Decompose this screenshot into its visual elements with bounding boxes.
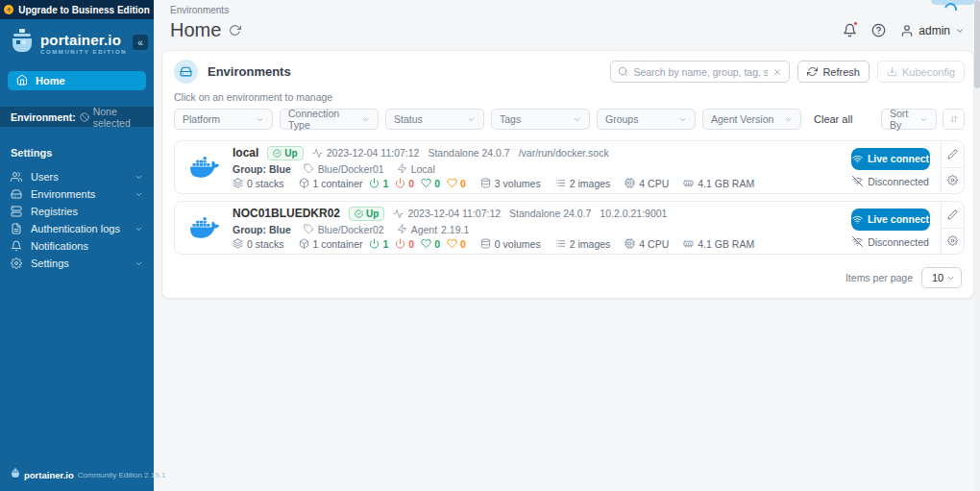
group-meta: Group: Blue bbox=[233, 224, 291, 235]
breadcrumb[interactable]: Environments bbox=[170, 5, 229, 15]
memory-icon bbox=[683, 178, 694, 188]
volumes-icon bbox=[480, 178, 491, 188]
sidebar-collapse-button[interactable]: « bbox=[133, 35, 148, 50]
stacks-stat: 0 stacks bbox=[233, 238, 284, 250]
environment-settings-button[interactable] bbox=[942, 228, 964, 255]
notifications-bell-icon[interactable] bbox=[843, 23, 857, 37]
upgrade-banner[interactable]: Upgrade to Business Edition bbox=[0, 0, 154, 19]
refresh-icon[interactable] bbox=[229, 24, 241, 37]
containers-value: 1 container bbox=[313, 178, 363, 189]
refresh-icon bbox=[807, 66, 818, 77]
group-label: Group: bbox=[233, 163, 266, 175]
running-value: 1 bbox=[382, 238, 388, 250]
sidebar-item-label: Users bbox=[31, 171, 59, 183]
filter-platform[interactable]: Platform bbox=[174, 109, 273, 130]
sidebar-item-settings[interactable]: Settings bbox=[0, 255, 154, 272]
images-stat: 2 images bbox=[555, 178, 611, 189]
ram-stat: 4.1 GB RAM bbox=[683, 238, 754, 250]
running-count: 1 bbox=[369, 178, 388, 189]
images-list-icon bbox=[555, 178, 566, 188]
sidebar-item-home[interactable]: Home bbox=[8, 71, 146, 90]
healthy-value: 0 bbox=[434, 178, 440, 189]
sidebar-item-environments[interactable]: Environments bbox=[0, 185, 154, 203]
search-input[interactable] bbox=[633, 66, 768, 78]
clear-all-button[interactable]: Clear all bbox=[814, 113, 852, 125]
sidebar-home-label: Home bbox=[36, 75, 65, 86]
chevron-down-icon bbox=[573, 115, 581, 124]
items-per-page-select[interactable]: 10 bbox=[921, 267, 962, 288]
sidebar-item-label: Registries bbox=[31, 206, 78, 217]
live-connect-button[interactable]: Live connect bbox=[851, 209, 930, 231]
main-area: Environments Home admin bbox=[154, 0, 980, 491]
stacks-stat: 0 stacks bbox=[233, 178, 284, 189]
chevron-down-icon bbox=[135, 190, 143, 199]
connection-status: Disconnected bbox=[852, 236, 929, 248]
chevron-down-icon bbox=[135, 225, 143, 233]
edit-environment-button[interactable] bbox=[942, 141, 964, 167]
help-icon[interactable] bbox=[871, 23, 886, 37]
sidebar-footer: portainer.io Community Edition 2.19.1 bbox=[11, 468, 165, 481]
connection-type: Agent bbox=[411, 224, 437, 235]
sidebar-item-authentication-logs[interactable]: Authentication logs bbox=[0, 220, 154, 237]
environment-selector-band: Environment: None selected bbox=[0, 107, 154, 127]
zap-icon bbox=[397, 163, 407, 174]
unhealthy-count: 0 bbox=[447, 238, 466, 250]
docker-icon bbox=[183, 213, 227, 242]
filter-status[interactable]: Status bbox=[385, 109, 484, 130]
containers-stat: 1 container 1 0 bbox=[299, 238, 466, 250]
filter-label: Groups bbox=[605, 113, 638, 125]
logo-row: portainer.io COMMUNITY EDITION « bbox=[0, 19, 154, 63]
ram-value: 4.1 GB RAM bbox=[698, 238, 754, 250]
wifi-off-icon bbox=[852, 176, 863, 186]
chevron-down-icon bbox=[946, 274, 955, 282]
filter-tags[interactable]: Tags bbox=[491, 109, 590, 130]
cpu-stat: 4 CPU bbox=[625, 238, 669, 250]
environment-value: None selected bbox=[93, 106, 143, 129]
user-menu[interactable]: admin bbox=[900, 24, 965, 37]
stacks-icon bbox=[233, 238, 243, 249]
chevron-down-icon bbox=[678, 115, 687, 124]
environment-card[interactable]: local Up 2023-12-04 11:07:12 Standalone … bbox=[174, 140, 965, 194]
chevron-down-icon bbox=[955, 26, 965, 36]
filter-agent-version[interactable]: Agent Version bbox=[702, 109, 801, 130]
live-connect-button[interactable]: Live connect bbox=[851, 148, 930, 170]
kubeconfig-button[interactable]: Kubeconfig bbox=[877, 61, 965, 83]
edit-environment-button[interactable] bbox=[942, 202, 964, 228]
sort-direction-button[interactable] bbox=[943, 109, 965, 130]
brand-tagline: COMMUNITY EDITION bbox=[40, 49, 127, 55]
panel-hint: Click on an environment to manage bbox=[162, 90, 973, 109]
environments-panel: Environments Refresh bbox=[161, 50, 974, 299]
platform-meta: Standalone 24.0.7 bbox=[428, 147, 509, 159]
filter-connection-type[interactable]: Connection Type bbox=[280, 109, 379, 130]
group-value: Blue bbox=[269, 224, 291, 235]
sidebar-item-label: Notifications bbox=[31, 240, 88, 252]
clear-search-icon[interactable] bbox=[772, 67, 782, 77]
sort-by-select[interactable]: Sort By bbox=[881, 109, 937, 130]
sidebar-item-users[interactable]: Users bbox=[0, 168, 154, 185]
refresh-button[interactable]: Refresh bbox=[797, 61, 870, 83]
environment-card[interactable]: NOC01BLUEDKR02 Up 2023-12-04 11:07:12 St… bbox=[174, 201, 965, 255]
sidebar-item-notifications[interactable]: Notifications bbox=[0, 237, 154, 255]
sidebar-item-registries[interactable]: Registries bbox=[0, 203, 154, 220]
chevron-down-icon bbox=[256, 115, 264, 124]
ram-value: 4.1 GB RAM bbox=[698, 178, 754, 189]
volumes-stat: 3 volumes bbox=[480, 178, 541, 189]
sidebar-item-label: Environments bbox=[31, 188, 95, 200]
group-meta: Group: Blue bbox=[233, 163, 291, 175]
group-label: Group: bbox=[233, 224, 266, 235]
volumes-value: 3 volumes bbox=[495, 178, 541, 189]
heartbeat-meta: 2023-12-04 11:07:12 bbox=[312, 147, 420, 159]
environment-settings-button[interactable] bbox=[942, 167, 964, 194]
stacks-value: 0 stacks bbox=[247, 178, 284, 189]
containers-stat: 1 container 1 0 bbox=[299, 178, 466, 189]
notification-badge bbox=[853, 21, 858, 26]
page-scrollbar-thumb[interactable] bbox=[974, 0, 980, 88]
container-icon bbox=[299, 178, 309, 188]
heart-icon bbox=[447, 178, 457, 188]
sidebar-item-label: Authentication logs bbox=[31, 223, 120, 234]
filter-groups[interactable]: Groups bbox=[597, 109, 696, 130]
environment-name: local bbox=[233, 146, 258, 160]
gear-icon bbox=[11, 258, 22, 269]
heart-icon bbox=[421, 178, 431, 188]
ram-stat: 4.1 GB RAM bbox=[683, 178, 754, 189]
